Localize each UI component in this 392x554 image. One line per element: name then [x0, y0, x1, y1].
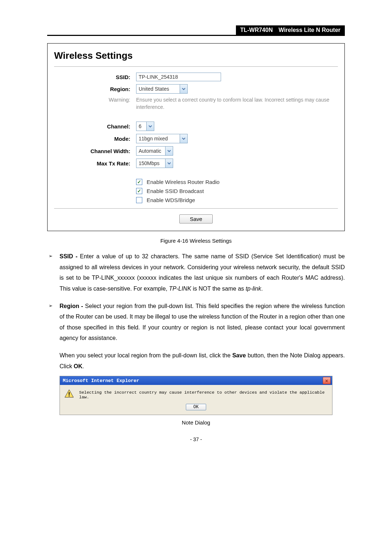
svg-rect-1 [69, 395, 69, 397]
para-text: When you select your local region from t… [60, 352, 232, 358]
label-ssid: SSID: [54, 74, 136, 80]
channel-width-value: Automatic [136, 147, 165, 155]
page-number: - 37 - [47, 436, 345, 442]
doc-header: TL-WR740NWireless Lite N Router [47, 25, 345, 36]
svg-rect-0 [69, 392, 69, 395]
mode-select[interactable]: 11bgn mixed [136, 134, 188, 143]
max-tx-rate-select[interactable]: 150Mbps [136, 159, 173, 168]
ok-button[interactable]: OK [186, 404, 206, 410]
bullet-list: SSID - Enter a value of up to 32 charact… [47, 251, 345, 344]
bullet-mid: is NOT the same as [191, 286, 246, 292]
panel-title: Wireless Settings [54, 50, 338, 61]
checkbox-enable-ssid-broadcast[interactable] [136, 188, 142, 194]
label-chanwidth: Channel Width: [54, 148, 136, 154]
label-warning: Warning: [54, 97, 136, 103]
chevron-down-icon [165, 147, 173, 155]
dialog-caption: Note Dialog [47, 419, 345, 426]
save-button[interactable]: Save [179, 214, 213, 223]
checkbox-label-ssidbc: Enable SSID Broadcast [147, 188, 204, 194]
document-page: TL-WR740NWireless Lite N Router Wireless… [0, 0, 392, 457]
label-maxrate: Max Tx Rate: [54, 160, 136, 167]
channel-select[interactable]: 6 [136, 122, 154, 131]
wireless-settings-panel: Wireless Settings SSID: Region: United S… [47, 43, 345, 231]
bullet-ssid: SSID - Enter a value of up to 32 charact… [47, 251, 345, 294]
ssid-input[interactable] [136, 73, 221, 81]
italic-text: TP-LINK [169, 286, 191, 292]
checkbox-enable-radio[interactable] [136, 179, 142, 185]
para-text: . [82, 363, 84, 369]
close-icon[interactable]: ✕ [323, 377, 331, 384]
channel-width-select[interactable]: Automatic [136, 146, 173, 156]
mode-value: 11bgn mixed [136, 134, 180, 143]
para-bold: Save [232, 352, 246, 358]
chevron-down-icon [180, 134, 187, 143]
chevron-down-icon [180, 85, 187, 93]
bullet-end: . [261, 286, 262, 292]
bullet-region: Region - Select your region from the pul… [47, 301, 345, 344]
dialog-titlebar: Microsoft Internet Explorer ✕ [60, 376, 332, 385]
chevron-down-icon [165, 159, 173, 168]
bullet-body: Select your region from the pull-down li… [60, 303, 345, 341]
dialog-message: Selecting the incorrect country may caus… [79, 389, 328, 399]
checkbox-label-wds: Enable WDS/Bridge [147, 197, 195, 203]
checkbox-label-radio: Enable Wireless Router Radio [147, 179, 220, 185]
para-bold: OK [74, 363, 82, 369]
warning-icon [64, 389, 74, 399]
bullet-lead: SSID - [60, 253, 80, 259]
dialog-title-text: Microsoft Internet Explorer [63, 378, 139, 383]
panel-divider [54, 66, 338, 67]
warning-text: Ensure you select a correct country to c… [136, 97, 338, 111]
max-tx-rate-value: 150Mbps [136, 159, 165, 168]
header-desc: Wireless Lite N Router [277, 25, 345, 35]
paragraph-save-note: When you select your local region from t… [47, 350, 345, 372]
chevron-down-icon [146, 122, 154, 131]
label-channel: Channel: [54, 123, 136, 130]
region-select[interactable]: United States [136, 84, 188, 94]
panel-divider-bottom [54, 208, 338, 209]
italic-text: tp-link [246, 286, 261, 292]
bullet-lead: Region - [60, 303, 85, 309]
note-dialog: Microsoft Internet Explorer ✕ Selecting … [60, 376, 332, 415]
header-model: TL-WR740N [236, 25, 277, 35]
checkbox-enable-wds[interactable] [136, 197, 142, 203]
region-value: United States [136, 85, 180, 93]
label-mode: Mode: [54, 136, 136, 142]
channel-value: 6 [136, 122, 146, 131]
label-region: Region: [54, 86, 136, 92]
figure-caption: Figure 4-16 Wireless Settings [47, 238, 345, 244]
